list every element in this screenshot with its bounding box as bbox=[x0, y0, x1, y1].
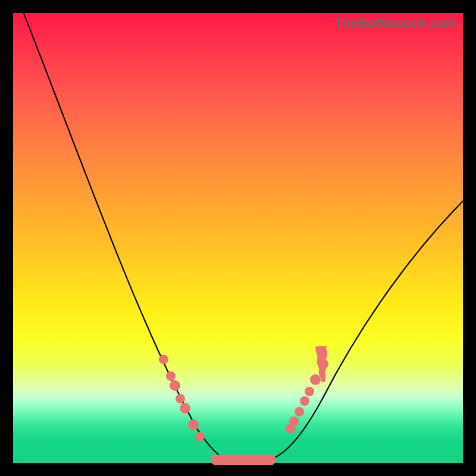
curve-marker bbox=[195, 432, 205, 441]
chart-overlay bbox=[13, 13, 463, 463]
curve-marker bbox=[180, 403, 190, 414]
curve-marker bbox=[300, 396, 309, 406]
chart-frame: TheBottleneck.com bbox=[0, 0, 476, 476]
curve-marker bbox=[305, 387, 314, 396]
curve-marker bbox=[289, 416, 299, 426]
curve-marker bbox=[319, 359, 328, 369]
bottom-cluster-bar bbox=[211, 455, 276, 465]
curve-marker bbox=[188, 419, 199, 430]
curve-marker bbox=[295, 407, 304, 416]
curve-marker bbox=[166, 371, 176, 381]
plot-area: TheBottleneck.com bbox=[13, 13, 463, 463]
bottleneck-curve bbox=[19, 1, 471, 463]
curve-marker bbox=[170, 380, 180, 391]
curve-marker bbox=[176, 394, 185, 403]
curve-marker bbox=[310, 374, 321, 385]
curve-marker bbox=[159, 355, 168, 364]
